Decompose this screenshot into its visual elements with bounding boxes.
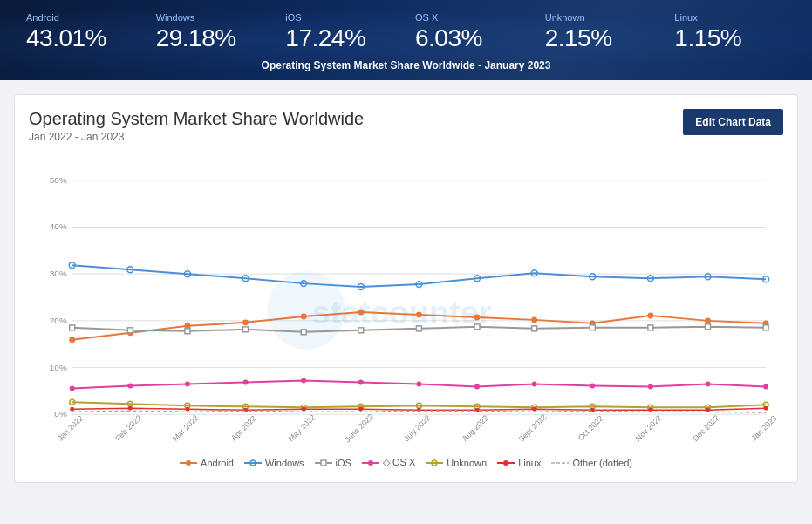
svg-rect-56	[243, 327, 249, 332]
stat-unknown-label: Unknown	[545, 12, 657, 23]
svg-text:May 2022: May 2022	[287, 413, 317, 444]
svg-point-27	[69, 337, 75, 343]
svg-point-100	[532, 407, 536, 412]
stat-windows: Windows 29.18%	[147, 12, 277, 52]
stat-windows-value: 29.18%	[156, 24, 268, 52]
svg-point-37	[647, 312, 653, 318]
stat-ios: iOS 17.24%	[276, 12, 406, 52]
ios-legend-icon	[315, 459, 332, 467]
header-subtitle: Operating System Market Share Worldwide …	[17, 59, 795, 71]
svg-rect-53	[70, 325, 75, 330]
legend-unknown-label: Unknown	[447, 458, 487, 468]
stat-ios-label: iOS	[285, 12, 397, 23]
chart-title: Operating System Market Share Worldwide	[29, 109, 364, 129]
svg-text:June 2022: June 2022	[343, 412, 375, 445]
chart-card: Operating System Market Share Worldwide …	[14, 94, 798, 483]
chart-subtitle: Jan 2022 - Jan 2023	[29, 131, 364, 143]
svg-text:July 2022: July 2022	[402, 413, 432, 443]
svg-point-71	[358, 379, 364, 384]
stat-windows-label: Windows	[156, 12, 268, 23]
svg-rect-58	[358, 328, 364, 333]
svg-rect-65	[763, 325, 768, 330]
legend-android-label: Android	[201, 458, 234, 468]
main-content: Operating System Market Share Worldwide …	[0, 80, 812, 497]
svg-text:50%: 50%	[50, 175, 67, 185]
windows-legend-icon	[244, 459, 262, 467]
stat-osx: OS X 6.03%	[406, 12, 536, 52]
stat-osx-label: OS X	[415, 12, 527, 23]
linux-legend-icon	[497, 459, 515, 467]
legend-ios-label: iOS	[336, 458, 351, 468]
svg-point-93	[128, 406, 133, 411]
svg-text:Oct 2022: Oct 2022	[577, 414, 605, 443]
svg-point-75	[590, 383, 595, 388]
stat-android: Android 43.01%	[17, 12, 147, 52]
chart-header: Operating System Market Share Worldwide …	[29, 109, 783, 143]
svg-text:Jan 2023: Jan 2023	[749, 413, 778, 442]
svg-point-96	[302, 407, 306, 412]
windows-dots	[69, 262, 768, 290]
svg-point-67	[127, 383, 133, 388]
windows-line	[72, 265, 766, 287]
svg-rect-63	[648, 325, 653, 330]
svg-text:Sept 2022: Sept 2022	[517, 412, 549, 444]
svg-point-38	[705, 317, 711, 323]
legend-linux-label: Linux	[518, 458, 541, 468]
stat-linux: Linux 1.15%	[665, 12, 795, 52]
legend-other-label: Other (dotted)	[572, 458, 631, 468]
osx-legend-icon	[362, 459, 379, 467]
svg-point-35	[531, 316, 537, 323]
svg-text:Nov 2022: Nov 2022	[634, 413, 664, 443]
svg-point-73	[474, 384, 480, 389]
svg-text:Aug 2022: Aug 2022	[461, 413, 490, 443]
edit-chart-button[interactable]: Edit Chart Data	[683, 109, 783, 135]
stat-osx-value: 6.03%	[415, 24, 527, 52]
svg-point-116	[503, 460, 508, 466]
svg-point-106	[186, 460, 191, 466]
svg-text:Apr 2022: Apr 2022	[229, 414, 258, 443]
legend-osx-label: ◇ OS X	[383, 457, 415, 468]
svg-point-112	[368, 460, 373, 466]
svg-point-94	[185, 407, 189, 412]
svg-point-76	[648, 384, 653, 389]
svg-point-31	[301, 313, 307, 319]
svg-rect-62	[590, 325, 595, 330]
svg-point-70	[301, 378, 306, 383]
stat-ios-value: 17.24%	[285, 24, 397, 52]
svg-point-30	[242, 319, 249, 325]
svg-point-68	[185, 381, 190, 386]
svg-rect-57	[301, 330, 306, 335]
svg-point-97	[358, 407, 363, 412]
svg-point-32	[358, 309, 364, 315]
chart-area: 50% 40% 30% 20% 10% 0% statcounter Jan 2…	[29, 153, 783, 450]
ios-dots	[70, 324, 768, 335]
svg-point-92	[70, 407, 74, 412]
svg-point-33	[416, 311, 422, 317]
stat-android-label: Android	[26, 12, 138, 23]
other-legend-icon	[551, 459, 569, 467]
legend-windows: Windows	[244, 458, 304, 468]
svg-text:Feb 2022: Feb 2022	[113, 413, 143, 443]
svg-text:0%: 0%	[54, 409, 67, 419]
legend-android: Android	[180, 458, 234, 468]
svg-point-74	[532, 381, 537, 386]
legend-ios: iOS	[315, 458, 351, 468]
svg-rect-55	[185, 329, 190, 334]
svg-point-104	[764, 406, 768, 411]
stat-unknown-value: 2.15%	[545, 24, 657, 52]
header-stats: Android 43.01% Windows 29.18% iOS 17.24%…	[17, 12, 795, 52]
stat-android-value: 43.01%	[26, 24, 138, 52]
svg-rect-64	[706, 324, 711, 330]
chart-title-group: Operating System Market Share Worldwide …	[29, 109, 364, 143]
chart-legend: Android Windows iOS	[29, 457, 783, 468]
svg-text:Mar 2022: Mar 2022	[171, 413, 201, 443]
legend-osx: ◇ OS X	[362, 457, 415, 468]
svg-text:40%: 40%	[50, 221, 67, 231]
stat-linux-value: 1.15%	[674, 24, 786, 52]
header: Android 43.01% Windows 29.18% iOS 17.24%…	[0, 0, 812, 80]
svg-rect-60	[474, 324, 480, 330]
svg-point-78	[763, 384, 768, 389]
svg-point-72	[416, 381, 421, 386]
legend-other: Other (dotted)	[551, 458, 631, 468]
svg-rect-59	[416, 326, 421, 331]
